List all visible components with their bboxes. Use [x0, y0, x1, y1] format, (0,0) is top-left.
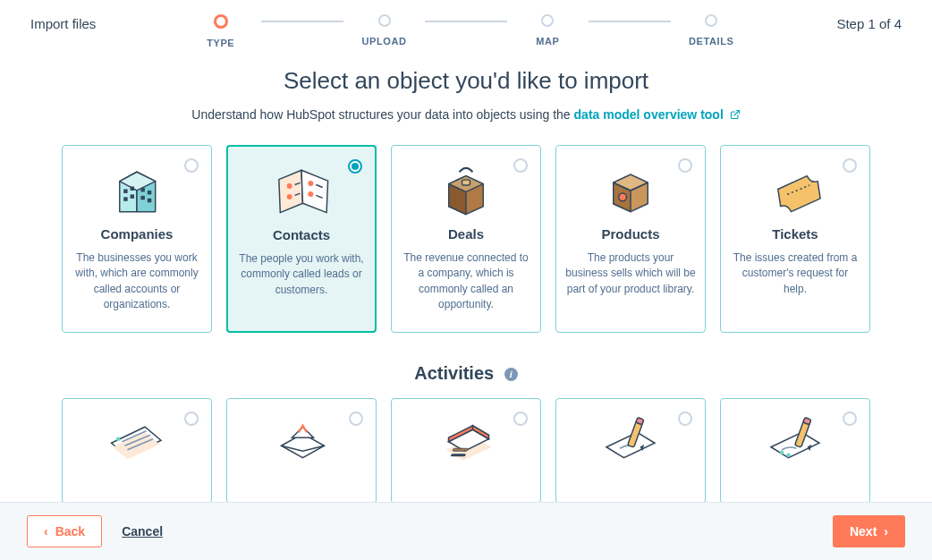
svg-marker-40 — [292, 427, 314, 437]
svg-rect-10 — [140, 196, 144, 199]
note-icon — [72, 410, 202, 478]
card-title: Products — [565, 226, 696, 242]
step-connector — [425, 21, 506, 22]
svg-point-16 — [287, 194, 292, 199]
footer-bar: ‹ Back Cancel Next › — [0, 502, 932, 560]
card-products[interactable]: Products The products your business sell… — [555, 145, 706, 333]
write-task-icon — [730, 410, 860, 478]
radio-icon — [513, 412, 528, 426]
calendar-icon — [401, 410, 531, 478]
activity-cards-row — [0, 398, 932, 502]
companies-icon — [63, 160, 211, 216]
svg-point-52 — [780, 451, 784, 455]
products-icon — [556, 160, 705, 216]
tickets-icon — [721, 160, 869, 216]
contacts-icon — [228, 161, 375, 216]
radio-icon — [678, 412, 692, 426]
card-title: Companies — [72, 226, 202, 242]
write-note-icon — [565, 410, 696, 478]
card-desc: The issues created from a customer's req… — [730, 250, 860, 297]
chevron-left-icon: ‹ — [44, 525, 48, 538]
svg-point-38 — [116, 437, 121, 442]
page-subheading: Understand how HubSpot structures your d… — [0, 107, 932, 122]
svg-rect-7 — [131, 194, 134, 198]
step-label: MAP — [536, 36, 559, 47]
activity-card-3[interactable] — [391, 398, 541, 502]
svg-rect-46 — [451, 454, 467, 456]
card-title: Contacts — [237, 227, 366, 242]
svg-rect-45 — [453, 448, 469, 451]
svg-rect-8 — [140, 188, 144, 191]
step-map: MAP — [507, 14, 589, 47]
cancel-link[interactable]: Cancel — [122, 524, 163, 539]
card-companies[interactable]: Companies The businesses you work with, … — [62, 145, 212, 333]
svg-rect-25 — [462, 180, 470, 185]
deals-icon — [392, 160, 540, 216]
progress-stepper: TYPE UPLOAD MAP DETAILS — [0, 14, 932, 48]
card-contacts[interactable]: Contacts The people you work with, commo… — [226, 145, 377, 333]
activity-card-4[interactable] — [555, 398, 706, 502]
svg-point-31 — [619, 193, 627, 201]
card-deals[interactable]: Deals The revenue connected to a company… — [391, 145, 541, 333]
step-upload: UPLOAD — [343, 14, 425, 47]
svg-point-18 — [308, 181, 313, 186]
activities-heading: Activities i — [0, 363, 932, 384]
step-dot — [705, 14, 717, 27]
object-cards-row: Companies The businesses you work with, … — [0, 145, 932, 333]
card-desc: The revenue connected to a company, whic… — [401, 250, 531, 313]
activity-card-2[interactable] — [226, 398, 377, 502]
step-connector — [261, 21, 343, 22]
info-icon[interactable]: i — [504, 368, 518, 381]
card-tickets[interactable]: Tickets The issues created from a custom… — [720, 145, 870, 333]
card-desc: The products your business sells which w… — [565, 250, 696, 297]
svg-rect-4 — [123, 189, 127, 192]
data-model-link[interactable]: data model overview tool — [574, 107, 741, 122]
activity-card-5[interactable] — [720, 398, 870, 502]
card-desc: The people you work with, commonly calle… — [237, 251, 366, 298]
svg-point-14 — [287, 183, 292, 189]
svg-point-53 — [786, 454, 791, 458]
radio-icon — [184, 412, 199, 426]
svg-marker-13 — [301, 170, 328, 212]
mail-icon — [236, 410, 367, 478]
card-title: Deals — [401, 226, 531, 242]
main-content: Select an object you'd like to import Un… — [0, 31, 932, 502]
radio-icon — [349, 412, 363, 426]
svg-rect-5 — [131, 187, 134, 191]
activity-card-1[interactable] — [62, 398, 212, 502]
step-label: UPLOAD — [362, 36, 407, 47]
step-dot — [214, 14, 228, 29]
svg-line-0 — [734, 111, 740, 116]
card-desc: The businesses you work with, which are … — [72, 250, 202, 313]
next-button[interactable]: Next › — [833, 515, 905, 547]
radio-icon — [843, 412, 857, 426]
external-link-icon — [730, 109, 741, 120]
step-details: DETAILS — [671, 14, 752, 47]
svg-point-20 — [308, 191, 313, 197]
step-label: DETAILS — [689, 36, 733, 47]
page-heading: Select an object you'd like to import — [0, 67, 932, 95]
step-dot — [378, 14, 391, 27]
step-connector — [589, 21, 670, 22]
step-type: TYPE — [180, 14, 261, 48]
svg-marker-12 — [279, 170, 303, 212]
chevron-right-icon: › — [884, 525, 888, 538]
header: Import files Step 1 of 4 TYPE UPLOAD MAP — [0, 0, 932, 31]
svg-rect-11 — [148, 199, 151, 202]
subtitle-text: Understand how HubSpot structures your d… — [191, 107, 573, 122]
step-label: TYPE — [207, 38, 234, 48]
svg-rect-9 — [148, 191, 151, 194]
card-title: Tickets — [730, 226, 860, 242]
svg-rect-6 — [123, 197, 127, 200]
step-dot — [541, 14, 554, 27]
back-button[interactable]: ‹ Back — [27, 515, 102, 547]
